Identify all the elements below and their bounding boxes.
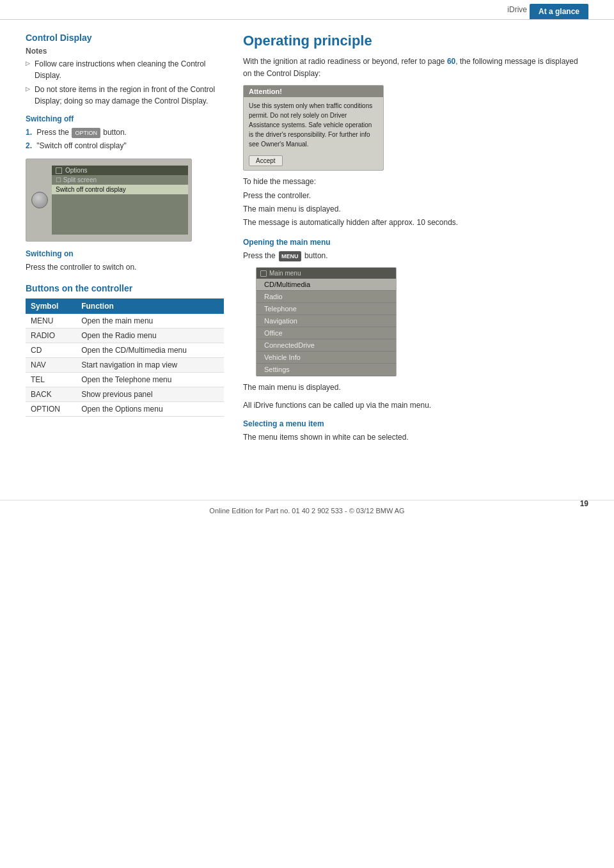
hide-message-line-2: The main menu is displayed. xyxy=(243,203,588,215)
hide-message-section: To hide the message:Press the controller… xyxy=(243,176,588,229)
buttons-title: Buttons on the controller xyxy=(26,283,224,293)
screen-options-label: Options xyxy=(65,167,87,174)
table-cell-symbol: CD xyxy=(26,343,76,357)
at-a-glance-tab[interactable]: At a glance xyxy=(530,4,588,19)
table-cell-symbol: RADIO xyxy=(26,328,76,343)
table-cell-function: Show previous panel xyxy=(76,387,224,401)
right-column: Operating principle With the ignition at… xyxy=(243,33,588,449)
main-menu-header: Main menu xyxy=(256,268,396,279)
main-menu-item[interactable]: Radio xyxy=(256,291,396,303)
attention-box: Attention! Use this system only when tra… xyxy=(243,85,384,171)
table-cell-symbol: OPTION xyxy=(26,401,76,416)
table-cell-function: Open the Radio menu xyxy=(76,328,224,343)
switching-on-text: Press the controller to switch on. xyxy=(26,261,224,274)
main-menu-functions-text: All iDrive functions can be called up vi… xyxy=(243,399,588,412)
option-button-inline: OPTION xyxy=(72,128,100,138)
table-row: RADIOOpen the Radio menu xyxy=(26,328,224,343)
notes-list: Follow care instructions when cleaning t… xyxy=(26,58,224,107)
table-cell-symbol: MENU xyxy=(26,314,76,329)
table-row: CDOpen the CD/Multimedia menu xyxy=(26,343,224,357)
note-item-2: Do not store items in the region in fron… xyxy=(26,84,224,107)
control-display-title: Control Display xyxy=(26,33,224,43)
left-column: Control Display Notes Follow care instru… xyxy=(26,33,224,449)
operating-principle-title: Operating principle xyxy=(243,33,588,49)
screen-switch-off: Switch off control display xyxy=(52,185,188,194)
table-row: MENUOpen the main menu xyxy=(26,314,224,329)
table-cell-function: Open the Options menu xyxy=(76,401,224,416)
screen-split-screen: ☐ Split screen xyxy=(52,175,188,185)
attention-body: Use this system only when traffic condit… xyxy=(244,97,383,153)
controller-table: Symbol Function MENUOpen the main menuRA… xyxy=(26,298,224,417)
footer-text: Online Edition for Part no. 01 40 2 902 … xyxy=(209,507,404,515)
switching-on-title: Switching on xyxy=(26,249,224,258)
main-menu-label: Main menu xyxy=(269,270,301,277)
screen-inner: Options ☐ Split screen Switch off contro… xyxy=(52,166,188,235)
header-bar: iDrive At a glance xyxy=(0,0,614,20)
opening-main-menu-title: Opening the main menu xyxy=(243,238,588,247)
attention-header: Attention! xyxy=(244,86,383,97)
table-row: OPTIONOpen the Options menu xyxy=(26,401,224,416)
menu-button-inline: MENU xyxy=(279,251,301,261)
step-2: 2. "Switch off control display" xyxy=(26,140,224,152)
note-item-1: Follow care instructions when cleaning t… xyxy=(26,58,224,81)
table-cell-function: Start navigation in map view xyxy=(76,357,224,372)
page-number: 19 xyxy=(580,499,588,508)
selecting-menu-item-text: The menu items shown in white can be sel… xyxy=(243,431,588,444)
hide-message-line-1: Press the controller. xyxy=(243,190,588,202)
main-menu-displayed-text: The main menu is displayed. xyxy=(243,382,588,394)
table-cell-symbol: NAV xyxy=(26,357,76,372)
table-cell-function: Open the Telephone menu xyxy=(76,372,224,387)
switching-off-steps: 1. Press the OPTION button. 2. "Switch o… xyxy=(26,127,224,152)
idrive-label: iDrive xyxy=(507,5,527,18)
table-row: NAVStart navigation in map view xyxy=(26,357,224,372)
col-function: Function xyxy=(76,298,224,314)
step-2-text: "Switch off control display" xyxy=(36,141,126,150)
main-menu-item[interactable]: Telephone xyxy=(256,303,396,315)
table-row: BACKShow previous panel xyxy=(26,387,224,401)
main-menu-item[interactable]: Office xyxy=(256,327,396,339)
page-content: Control Display Notes Follow care instru… xyxy=(0,20,614,474)
table-cell-symbol: BACK xyxy=(26,387,76,401)
options-icon xyxy=(56,167,62,174)
op-intro-text: With the ignition at radio readiness or … xyxy=(243,56,588,80)
table-header-row: Symbol Function xyxy=(26,298,224,314)
opening-menu-text1: Press the xyxy=(243,251,276,260)
op-page-ref: 60 xyxy=(447,57,455,66)
screen-menu-bar: Options xyxy=(52,166,188,175)
footer: Online Edition for Part no. 01 40 2 902 … xyxy=(0,500,614,521)
selecting-menu-item-title: Selecting a menu item xyxy=(243,419,588,428)
op-intro-1: With the ignition at radio readiness or … xyxy=(243,57,445,66)
opening-menu-text2: button. xyxy=(304,251,328,260)
hide-message-line-0: To hide the message: xyxy=(243,176,588,188)
main-menu-item[interactable]: CD/Multimedia xyxy=(256,279,396,291)
notes-label: Notes xyxy=(26,47,224,56)
table-cell-function: Open the main menu xyxy=(76,314,224,329)
step-1-num: 1. xyxy=(26,128,32,137)
opening-menu-text: Press the MENU button. xyxy=(243,250,588,262)
col-symbol: Symbol xyxy=(26,298,76,314)
hide-message-line-3: The message is automatically hidden afte… xyxy=(243,217,588,229)
screen-mockup: Options ☐ Split screen Switch off contro… xyxy=(26,159,192,242)
switching-off-title: Switching off xyxy=(26,114,224,123)
table-cell-symbol: TEL xyxy=(26,372,76,387)
main-menu-icon xyxy=(260,270,267,277)
main-menu-mockup: Main menu CD/MultimediaRadioTelephoneNav… xyxy=(256,267,397,376)
attention-accept-button[interactable]: Accept xyxy=(249,155,283,166)
table-cell-function: Open the CD/Multimedia menu xyxy=(76,343,224,357)
main-menu-item[interactable]: ConnectedDrive xyxy=(256,339,396,352)
main-menu-item[interactable]: Vehicle Info xyxy=(256,352,396,364)
main-menu-items: CD/MultimediaRadioTelephoneNavigationOff… xyxy=(256,279,396,376)
controller-knob xyxy=(31,192,48,208)
table-row: TELOpen the Telephone menu xyxy=(26,372,224,387)
main-menu-item[interactable]: Settings xyxy=(256,364,396,376)
main-menu-item[interactable]: Navigation xyxy=(256,315,396,327)
step-1: 1. Press the OPTION button. xyxy=(26,127,224,139)
step-2-num: 2. xyxy=(26,141,32,150)
